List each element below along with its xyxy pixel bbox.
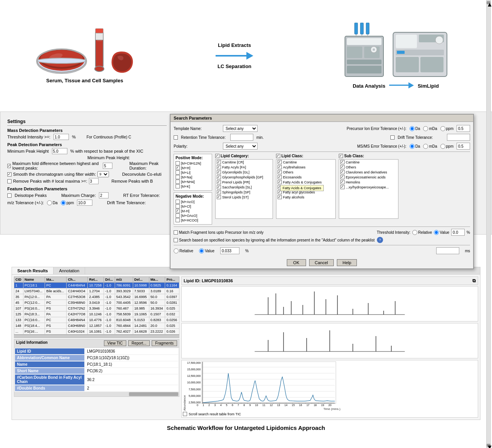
neg-adduct-checkbox-5[interactable] xyxy=(176,218,180,222)
table-row[interactable]: 148 PS(18:4... PS C40H68N0 12.1857 -1.0 … xyxy=(14,323,179,329)
report-button[interactable]: Report... xyxy=(128,340,150,346)
neg-adduct-checkbox-2[interactable] xyxy=(176,204,180,208)
cat-carnitine[interactable]: Carnitine [CR] xyxy=(216,160,273,165)
cat-glycerophospholipids[interactable]: Glycerophospholipids [GP] xyxy=(216,175,273,180)
cat-sphingolipids[interactable]: Sphingolipids [SP] xyxy=(216,190,273,195)
msms-ppm-radio[interactable] xyxy=(440,144,445,149)
deisotope-checkbox[interactable] xyxy=(7,193,12,198)
class-fatty-alcohols[interactable]: Fatty alcohols xyxy=(276,195,335,200)
cat-sterol[interactable]: Sterol Lipids [ST] xyxy=(216,195,273,200)
precursor-ppm-radio[interactable] xyxy=(440,126,445,131)
cat-cb-6[interactable] xyxy=(217,185,221,189)
cat-prenol[interactable]: Prenol Lipids [PR] xyxy=(216,180,273,185)
class-others[interactable]: Others xyxy=(276,170,335,175)
scroll-down-thumb[interactable]: ▼ xyxy=(487,444,490,447)
table-row[interactable]: 35 PA(12:0... PA C27H53O8 2.4385 -1.0 54… xyxy=(14,294,179,300)
table-row[interactable]: 24 LMST040... Bile acids... C24H40O4 1.2… xyxy=(14,288,179,294)
spectrum-scrollbar[interactable]: ▲ ▼ xyxy=(486,0,491,448)
table-row[interactable]: 1 PC(18:1 PC C44H84N4 10.7258 -1.0 786.6… xyxy=(14,283,179,288)
sub-cb-1[interactable] xyxy=(340,160,345,164)
max-fold-checkbox[interactable] xyxy=(7,164,11,168)
lipid-category-list[interactable]: Carnitine [CR] Fatty Acyls [FA] Glycerol… xyxy=(215,159,273,219)
adduct-checkbox-5[interactable] xyxy=(176,180,180,184)
lipid-class-list[interactable]: Carnitine Acyltrehaloses Others Eicosano… xyxy=(276,159,336,219)
help-button[interactable]: Help xyxy=(337,259,357,266)
adduct-checkbox-4[interactable] xyxy=(176,175,180,179)
class-fatty-acids[interactable]: Fatty Acids & Conjugates Fatty Acids & C… xyxy=(276,180,335,185)
cat-cb-1[interactable] xyxy=(217,160,221,164)
ok-button[interactable]: OK xyxy=(287,259,306,266)
max-charge-input[interactable] xyxy=(99,192,109,198)
threshold-value-input[interactable] xyxy=(451,229,465,236)
cat-fatty-acyls[interactable]: Fatty Acyls [FA] xyxy=(216,165,273,170)
remove-local-input[interactable] xyxy=(89,178,99,184)
scroll-check-checkbox[interactable] xyxy=(183,412,187,416)
table-row[interactable]: 125 PA(18:3... PA C42H77O8 10.1246 -1.0 … xyxy=(14,311,179,317)
class-acyltrehaloses[interactable]: Acyltrehaloses xyxy=(276,165,335,170)
class-cb-1[interactable] xyxy=(278,160,282,164)
cat-cb-2[interactable] xyxy=(217,165,221,169)
smooth-checkbox[interactable] xyxy=(7,172,12,177)
class-cb-8[interactable] xyxy=(278,195,282,199)
neg-adduct-checkbox-4[interactable] xyxy=(176,213,180,218)
retention-checkbox[interactable] xyxy=(174,135,178,140)
msms-da-radio[interactable] xyxy=(410,144,415,149)
sub-cb-4[interactable] xyxy=(340,175,345,179)
sub-cb-5[interactable] xyxy=(340,180,345,184)
sub-hydroperoxy[interactable]: ...xy/hydroperoxyeicosape... xyxy=(339,185,398,190)
help-circle-icon[interactable]: ? xyxy=(377,237,383,243)
remove-local-checkbox[interactable] xyxy=(7,179,12,183)
adduct-checkbox-3[interactable] xyxy=(176,170,180,175)
cat-cb-3[interactable] xyxy=(217,170,221,174)
scroll-thumb[interactable] xyxy=(129,392,178,396)
mz-da-radio[interactable] xyxy=(47,200,52,205)
sub-hemolins[interactable]: Hemolins xyxy=(339,180,398,185)
sub-others[interactable]: Others xyxy=(339,165,398,170)
precursor-da-radio[interactable] xyxy=(410,126,415,131)
adduct-checkbox-2[interactable] xyxy=(176,166,180,170)
adduct-checkbox-1[interactable] xyxy=(176,161,180,165)
lipid-cat-checkbox[interactable] xyxy=(215,154,219,158)
msms-value-input[interactable] xyxy=(457,143,470,150)
table-row[interactable]: ... PS(16:... PS C40H1024 16.1081 -1.0 7… xyxy=(14,329,179,335)
match-fragments-checkbox[interactable] xyxy=(174,230,178,235)
view-tic-button[interactable]: View TIC xyxy=(104,340,126,346)
rt-relative-radio[interactable] xyxy=(174,248,179,253)
thresh-relative-radio[interactable] xyxy=(412,230,417,235)
class-eicosanoids[interactable]: Eicosanoids xyxy=(276,175,335,180)
smooth-select[interactable]: 9 xyxy=(97,171,109,177)
precursor-mda-radio[interactable] xyxy=(423,126,428,131)
cat-cb-4[interactable] xyxy=(217,175,221,179)
template-select[interactable]: Select any xyxy=(223,125,258,132)
class-carnitine[interactable]: Carnitine xyxy=(276,160,335,165)
precursor-value-input[interactable] xyxy=(457,125,470,132)
sub-class-list[interactable]: Carnitine Others Clavulones and derivati… xyxy=(339,159,398,219)
max-fold-input[interactable] xyxy=(103,163,112,169)
threshold-input[interactable] xyxy=(54,134,69,140)
sub-clavulones[interactable]: Clavulones and derivatives xyxy=(339,170,398,175)
thresh-value-radio[interactable] xyxy=(434,230,439,235)
sub-cb-3[interactable] xyxy=(340,170,345,174)
neg-adduct-checkbox-1[interactable] xyxy=(176,200,180,204)
drift-input[interactable] xyxy=(447,134,470,141)
rt-value-radio[interactable] xyxy=(199,248,204,253)
rt-value-input[interactable] xyxy=(220,247,239,254)
polarity-select[interactable]: Select any xyxy=(223,143,258,150)
cat-cb-7[interactable] xyxy=(217,190,221,194)
adduct-checkbox-6[interactable] xyxy=(176,184,180,188)
drift-checkbox[interactable] xyxy=(390,135,395,140)
cat-cb-5[interactable] xyxy=(217,180,221,184)
cat-saccharolipids[interactable]: Saccharolipids [SL] xyxy=(216,185,273,190)
sub-cb-2[interactable] xyxy=(340,165,345,169)
lipid-class-checkbox[interactable] xyxy=(276,154,280,158)
cat-cb-8[interactable] xyxy=(217,195,221,199)
neg-adduct-checkbox-3[interactable] xyxy=(176,209,180,213)
cat-glycerolipids[interactable]: Glycerolipids [GL] xyxy=(216,170,273,175)
msms-mda-radio[interactable] xyxy=(423,144,428,149)
class-cb-2[interactable] xyxy=(278,165,282,169)
mz-ppm-radio[interactable] xyxy=(61,200,66,205)
sub-carnitine[interactable]: Carnitine xyxy=(339,160,398,165)
table-row[interactable]: 45 PC(12:0... PC C35H68N0 3.0419 -1.0 70… xyxy=(14,300,179,306)
drift-value-input[interactable] xyxy=(436,247,459,254)
class-cb-5[interactable] xyxy=(278,180,282,184)
